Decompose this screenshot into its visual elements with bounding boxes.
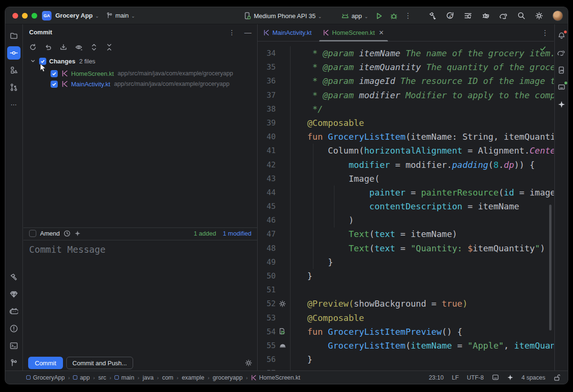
shelve-changes-button[interactable] [58, 41, 69, 53]
close-tab-icon[interactable]: ✕ [379, 29, 384, 36]
code-line[interactable]: 38 */ [258, 102, 554, 116]
apply-changes-bug-icon[interactable] [481, 11, 490, 20]
breadcrumb-item[interactable]: com [162, 374, 174, 381]
version-control-tool-button[interactable] [7, 356, 21, 370]
file-checkbox[interactable] [51, 81, 58, 88]
commit-button[interactable]: Commit [28, 357, 63, 369]
code-line[interactable]: 50} [258, 269, 554, 283]
amend-checkbox[interactable] [29, 230, 36, 237]
code-line[interactable]: 49 } [258, 255, 554, 269]
refresh-changes-button[interactable] [27, 41, 39, 53]
code-line[interactable]: 55 GroceryListItem(itemName = "Apple", i… [258, 339, 554, 352]
breadcrumb-item[interactable]: groceryapp [213, 374, 243, 381]
compose-preview-icon[interactable] [280, 343, 286, 348]
resource-manager-tool-button[interactable] [7, 63, 21, 77]
code-line[interactable]: 57 [258, 366, 554, 371]
run-button[interactable] [375, 12, 383, 20]
gradle-tool-button[interactable] [555, 46, 568, 60]
preview-settings-gear-icon[interactable] [279, 300, 286, 308]
device-manager-tool-button[interactable] [555, 81, 568, 94]
commit-tool-button[interactable] [7, 46, 21, 60]
expand-all-button[interactable] [88, 41, 100, 53]
show-diff-preview-button[interactable] [73, 41, 84, 53]
commit-options-gear-button[interactable] [245, 359, 252, 367]
close-window-button[interactable] [12, 13, 18, 19]
search-icon[interactable] [517, 11, 526, 20]
settings-gear-icon[interactable] [535, 11, 543, 20]
modified-count[interactable]: 1 modified [223, 230, 251, 237]
code-line[interactable]: 43 Image( [258, 172, 554, 186]
breadcrumb-item[interactable]: app [73, 374, 90, 381]
gemini-tool-button[interactable] [555, 98, 568, 111]
code-line[interactable]: 48 Text(text = "Quantity: $itemQuantity"… [258, 241, 554, 255]
file-encoding[interactable]: UTF-8 [467, 374, 484, 381]
caret-position[interactable]: 23:10 [429, 374, 444, 381]
breadcrumb-item[interactable]: example [182, 374, 204, 381]
code-line[interactable]: 54fun GroceryListItemPreview() { [258, 325, 554, 339]
zoom-window-button[interactable] [31, 13, 37, 19]
device-selector[interactable]: Medium Phone API 35 ⌄ [244, 12, 322, 20]
pull-requests-tool-button[interactable] [7, 81, 21, 94]
code-line[interactable]: 36 * @param imageId The resource ID of t… [258, 74, 554, 88]
ai-commit-message-sparkle-icon[interactable] [74, 230, 81, 237]
code-line[interactable]: 51 [258, 283, 554, 297]
commit-and-push-button[interactable]: Commit and Push... [66, 357, 133, 369]
project-selector[interactable]: Grocery App ⌄ [55, 12, 99, 19]
code-line[interactable]: 35 * @param itemQuantity The quantity of… [258, 60, 554, 74]
file-row-mainactivity[interactable]: MainActivity.kt app/src/main/java/com/ex… [23, 79, 257, 89]
tab-mainactivity[interactable]: MainActivity.kt [258, 24, 317, 41]
ai-sparkle-icon[interactable] [507, 374, 513, 381]
code-line[interactable]: 41 Column(horizontalAlignment = Alignmen… [258, 144, 554, 157]
running-devices-tool-button[interactable] [555, 63, 568, 77]
minimize-window-button[interactable] [22, 13, 28, 19]
inspections-passed-icon[interactable] [540, 45, 546, 52]
debug-button[interactable] [390, 12, 398, 20]
code-line[interactable]: 45 contentDescription = itemName [258, 199, 554, 213]
build-hammer-icon[interactable] [428, 11, 437, 20]
code-line[interactable]: 44 painter = painterResource(id = imageI… [258, 186, 554, 199]
added-count[interactable]: 1 added [194, 230, 216, 237]
problems-tool-button[interactable] [7, 322, 21, 335]
gradle-sync-icon[interactable] [499, 12, 508, 20]
apply-code-changes-icon[interactable]: A [446, 11, 455, 20]
code-line[interactable]: 37 * @param modifier Modifier to apply t… [258, 88, 554, 102]
breadcrumb-item[interactable]: java [143, 374, 154, 381]
more-run-options-button[interactable]: ⋮ [405, 11, 412, 20]
line-ending[interactable]: LF [452, 374, 459, 381]
breadcrumb-item[interactable]: HomeScreen.kt [251, 374, 300, 381]
app-quality-insights-tool-button[interactable] [7, 288, 21, 301]
more-tool-windows-button[interactable]: ⋯ [7, 98, 21, 111]
tab-list-button[interactable]: ⋮ [542, 29, 549, 37]
file-row-homescreen[interactable]: HomeScreen.kt app/src/main/java/com/exam… [23, 68, 257, 79]
code-line[interactable]: 56} [258, 352, 554, 366]
breadcrumb-item[interactable]: GroceryApp [26, 374, 65, 381]
editor-scrollbar[interactable] [549, 205, 552, 330]
logcat-tool-button[interactable] [7, 305, 21, 318]
hide-panel-button[interactable]: — [244, 28, 251, 36]
reader-mode-icon[interactable] [492, 374, 499, 381]
code-line[interactable]: 40fun GroceryListItem(itemName: String, … [258, 130, 554, 144]
user-avatar[interactable] [552, 10, 563, 21]
file-checkbox[interactable] [51, 70, 58, 77]
build-tool-button[interactable] [7, 270, 21, 284]
code-line[interactable]: 53@Composable [258, 311, 554, 325]
code-line[interactable]: 42 modifier = modifier.padding(8.dp)) { [258, 158, 554, 172]
code-editor[interactable]: 34 * @param itemName The name of the gro… [258, 41, 554, 371]
changes-root-row[interactable]: Changes 2 files [23, 56, 257, 66]
terminal-tool-button[interactable] [7, 339, 21, 352]
tab-homescreen[interactable]: HomeScreen.kt ✕ [317, 24, 390, 41]
restart-activity-icon[interactable] [464, 11, 472, 20]
commit-message-editor[interactable]: Commit Message [23, 240, 257, 355]
code-line[interactable]: 46 ) [258, 213, 554, 227]
run-configuration-selector[interactable]: app ⌄ [341, 12, 368, 20]
notifications-button[interactable] [555, 29, 568, 42]
chevron-down-icon[interactable] [30, 58, 36, 64]
code-line[interactable]: 52@Preview(showBackground = true) [258, 297, 554, 310]
run-preview-icon[interactable] [279, 328, 286, 335]
panel-options-button[interactable]: ⋮ [229, 29, 236, 36]
breadcrumb-item[interactable]: main [115, 374, 134, 381]
unlocked-padlock-icon[interactable] [553, 374, 560, 381]
code-line[interactable]: 39@Composable [258, 116, 554, 130]
breadcrumb-item[interactable]: src [98, 374, 106, 381]
code-line[interactable]: 47 Text(text = itemName) [258, 227, 554, 241]
